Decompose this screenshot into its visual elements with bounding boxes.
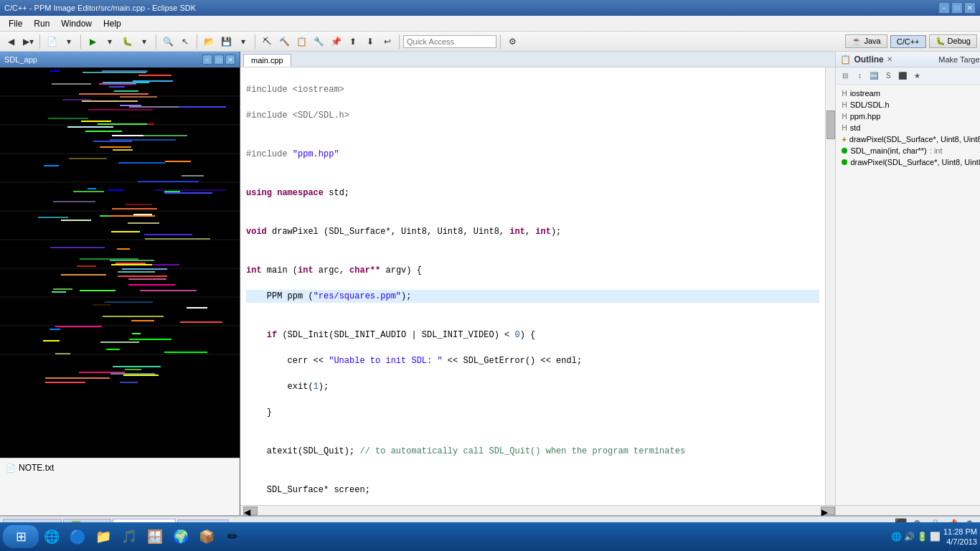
outline-star[interactable]: ★ bbox=[910, 70, 923, 83]
debug-button[interactable]: 🐛 bbox=[119, 34, 135, 50]
tool3[interactable]: 📋 bbox=[293, 34, 309, 50]
editor-scrollbar[interactable] bbox=[825, 67, 835, 505]
settings-icon[interactable]: ⚙ bbox=[504, 34, 520, 50]
code-line-14: cerr << "Unable to init SDL: " << SDL_Ge… bbox=[246, 354, 819, 367]
menu-window[interactable]: Window bbox=[55, 17, 98, 30]
run-button[interactable]: ▶ bbox=[85, 34, 100, 50]
new-button[interactable]: 📄 bbox=[44, 34, 60, 50]
perspective-java[interactable]: ☕ Java bbox=[845, 34, 887, 48]
taskbar-ie[interactable]: 🌐 bbox=[40, 525, 63, 548]
header-icon-2: H bbox=[842, 101, 847, 109]
cursor-icon[interactable]: ↖ bbox=[177, 34, 193, 50]
code-line-6: using namespace std; bbox=[246, 187, 819, 199]
tool2[interactable]: 🔨 bbox=[276, 34, 292, 50]
close-button[interactable]: ✕ bbox=[964, 2, 976, 14]
taskbar-globe[interactable]: 🌍 bbox=[169, 525, 192, 548]
code-line-4: #include "ppm.hpp" bbox=[246, 148, 819, 161]
tool7[interactable]: ⬇ bbox=[362, 34, 378, 50]
outline-sort[interactable]: ↕ bbox=[853, 70, 866, 83]
sdl-window-title: SDL_app bbox=[4, 55, 37, 64]
tool8[interactable]: ↩ bbox=[380, 34, 395, 50]
back-button[interactable]: ◀ bbox=[3, 34, 19, 50]
tab-main-cpp[interactable]: main.cpp bbox=[243, 54, 291, 67]
toolbar: ◀ ▶▾ 📄 ▾ ▶ ▾ 🐛 ▾ 🔍 ↖ 📂 💾 ▾ ⛏ 🔨 📋 🔧 📌 ⬆ ⬇… bbox=[0, 32, 980, 52]
file-item-note[interactable]: 📄 NOTE.txt bbox=[3, 461, 237, 474]
outline-filter-fields[interactable]: 🔤 bbox=[867, 70, 880, 83]
h-scroll-right[interactable]: ▶ bbox=[821, 507, 835, 515]
toolbar-separator-5 bbox=[255, 34, 255, 49]
tool6[interactable]: ⬆ bbox=[345, 34, 361, 50]
main-area: SDL_app − □ ✕ 📄 NOTE.txt main.cpp bbox=[0, 52, 980, 515]
outline-h-scrollbar[interactable] bbox=[836, 505, 980, 515]
outline-item-iostream[interactable]: H iostream bbox=[836, 88, 980, 99]
header-icon-4: H bbox=[842, 124, 847, 132]
code-line-13: if (SDL_Init(SDL_INIT_AUDIO | SDL_INIT_V… bbox=[246, 329, 819, 342]
new-dropdown[interactable]: ▾ bbox=[61, 34, 77, 50]
taskbar-edit[interactable]: ✏ bbox=[221, 525, 244, 548]
editor-tabs: main.cpp bbox=[240, 52, 835, 67]
outline-h-track bbox=[836, 506, 980, 514]
header-icon-3: H bbox=[842, 113, 847, 121]
title-text: C/C++ - PPM Image Editor/src/main.cpp - … bbox=[4, 4, 196, 12]
outline-collapse[interactable]: ⊟ bbox=[839, 70, 852, 83]
outline-item-sdl[interactable]: H SDL/SDL.h bbox=[836, 99, 980, 110]
save-button[interactable]: 💾 bbox=[218, 34, 234, 50]
taskbar-explorer[interactable]: 📁 bbox=[92, 525, 115, 548]
outline-header: 📋 Outline ✕ Make Target − □ bbox=[836, 52, 980, 67]
perspective-debug[interactable]: 🐛 Debug bbox=[929, 34, 977, 48]
sdl-maximize[interactable]: □ bbox=[214, 55, 224, 65]
sdl-minimize[interactable]: − bbox=[202, 55, 212, 65]
toolbar-separator-6 bbox=[399, 34, 400, 49]
outline-item-sdl-main[interactable]: SDL_main(int, char**) : int bbox=[836, 145, 980, 156]
start-button[interactable]: ⊞ bbox=[3, 525, 39, 548]
taskbar-app[interactable]: 📦 bbox=[195, 525, 218, 548]
battery-icon: 🔋 bbox=[917, 532, 928, 542]
menu-file[interactable]: File bbox=[3, 17, 28, 30]
function-icon: + bbox=[842, 135, 846, 143]
tool5[interactable]: 📌 bbox=[328, 34, 344, 50]
function-dot-icon-2 bbox=[842, 159, 847, 165]
code-line-20: SDL_Surface* screen; bbox=[246, 484, 819, 496]
outline-item-std[interactable]: H std bbox=[836, 122, 980, 133]
open-button[interactable]: 📂 bbox=[201, 34, 217, 50]
bluetooth-icon: ⬜ bbox=[930, 532, 941, 542]
minimize-button[interactable]: − bbox=[938, 2, 950, 14]
h-scroll-left[interactable]: ◀ bbox=[243, 507, 258, 515]
taskbar-chrome[interactable]: 🔵 bbox=[66, 525, 89, 548]
tool4[interactable]: 🔧 bbox=[311, 34, 326, 50]
menu-run[interactable]: Run bbox=[28, 17, 55, 30]
left-panel: SDL_app − □ ✕ 📄 NOTE.txt bbox=[0, 52, 240, 515]
outline-item-drawpixel-decl[interactable]: + drawPixel(SDL_Surface*, Uint8, Uint8, … bbox=[836, 133, 980, 145]
menu-help[interactable]: Help bbox=[98, 17, 127, 30]
sdl-close[interactable]: ✕ bbox=[225, 55, 235, 65]
title-bar-buttons: − □ ✕ bbox=[938, 2, 976, 14]
save-dropdown[interactable]: ▾ bbox=[235, 34, 251, 50]
editor-scrollbar-thumb[interactable] bbox=[826, 110, 835, 139]
h-scrollbar[interactable]: ◀ ▶ bbox=[240, 505, 835, 515]
outline-item-ppm[interactable]: H ppm.hpp bbox=[836, 110, 980, 122]
clock-time: 11:28 PM bbox=[943, 527, 977, 537]
code-line-11: PPM ppm ("res/squares.ppm"); bbox=[246, 290, 819, 303]
debug-dropdown[interactable]: ▾ bbox=[136, 34, 152, 50]
search-icon[interactable]: 🔍 bbox=[160, 34, 176, 50]
perspective-cpp[interactable]: C/C++ bbox=[890, 35, 926, 48]
h-scroll-track[interactable] bbox=[258, 507, 820, 514]
sdl-window-buttons: − □ ✕ bbox=[202, 55, 235, 65]
taskbar-win[interactable]: 🪟 bbox=[143, 525, 166, 548]
outline-item-drawpixel-def[interactable]: drawPixel(SDL_Surface*, Uint8, Uint8, Ui bbox=[836, 156, 980, 168]
maximize-button[interactable]: □ bbox=[951, 2, 963, 14]
run-dropdown[interactable]: ▾ bbox=[102, 34, 118, 50]
volume-icon: 🔊 bbox=[904, 532, 915, 542]
code-editor[interactable]: #include <iostream> #include <SDL/SDL.h>… bbox=[240, 67, 835, 505]
taskbar-media[interactable]: 🎵 bbox=[118, 525, 141, 548]
header-icon: H bbox=[842, 90, 847, 98]
quick-access-input[interactable] bbox=[403, 35, 496, 48]
toolbar-separator-3 bbox=[156, 34, 156, 49]
forward-button[interactable]: ▶▾ bbox=[20, 34, 36, 50]
tool1[interactable]: ⛏ bbox=[259, 34, 275, 50]
outline-stop[interactable]: ⬛ bbox=[896, 70, 909, 83]
outline-filter-static[interactable]: S bbox=[882, 70, 895, 83]
taskbar-right: 🌐 🔊 🔋 ⬜ 11:28 PM 4/7/2013 bbox=[891, 527, 977, 547]
function-dot-icon bbox=[842, 148, 847, 154]
outline-tree: H iostream H SDL/SDL.h H ppm.hpp H std +… bbox=[836, 85, 980, 505]
